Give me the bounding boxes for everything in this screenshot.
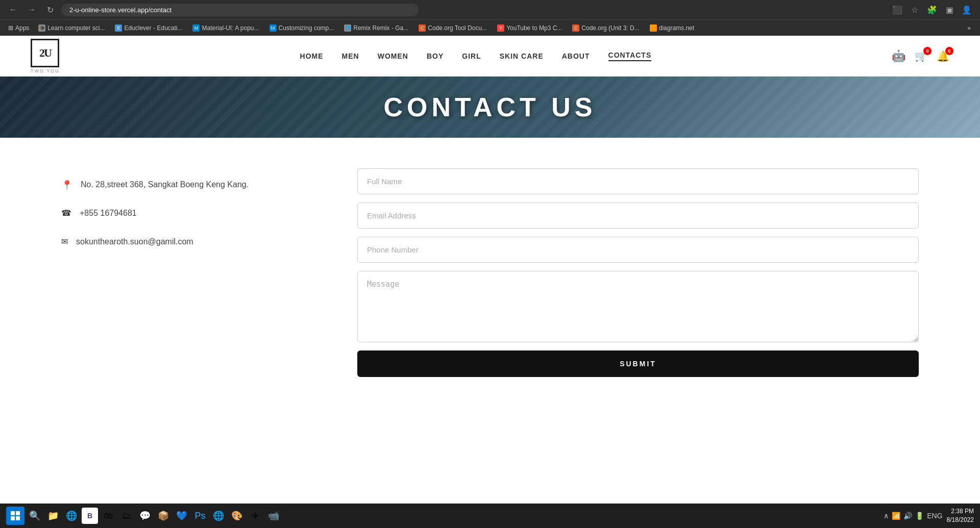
main-content: 📍 No. 28,street 368, Sangkat Boeng Keng … (0, 138, 980, 408)
nav-men[interactable]: MEN (342, 52, 359, 60)
material-ui-favicon: M (192, 24, 200, 32)
bookmark-more[interactable]: » (963, 23, 975, 33)
youtube-mp3-favicon: Y (497, 24, 504, 32)
bookmark-codeorg-unit[interactable]: C Code.org (Unit 3: D... (568, 23, 643, 33)
bookmark-learn-cs[interactable]: 🎓 Learn computer sci... (34, 23, 109, 33)
nav-girl[interactable]: GIRL (462, 52, 481, 60)
telegram-taskbar-icon[interactable]: ✈ (247, 508, 263, 524)
bookmark-youtube-mp3-label: YouTube to Mp3 C... (506, 24, 562, 32)
hero-banner: CONTACT US (0, 77, 980, 138)
refresh-button[interactable]: ↻ (43, 3, 57, 17)
logo-text: 2U (39, 46, 51, 60)
network-icon[interactable]: 📶 (892, 512, 900, 520)
window-icon[interactable]: ▣ (942, 3, 957, 17)
main-nav: HOME MEN WOMEN BOY GIRL SKIN CARE ABOUT … (300, 51, 652, 61)
phone-detail: ☎ +855 16794681 (61, 207, 316, 219)
apps-label: Apps (15, 24, 29, 32)
phone-icon: ☎ (61, 208, 71, 218)
folder-taskbar-icon[interactable]: 🗂 (118, 508, 135, 524)
site-header: 2U TWO YOU HOME MEN WOMEN BOY GIRL SKIN … (0, 36, 980, 77)
start-button[interactable] (6, 507, 24, 525)
dropbox-taskbar-icon[interactable]: 📦 (155, 508, 172, 524)
lang-label[interactable]: ENG (927, 512, 942, 520)
email-input[interactable] (357, 203, 919, 229)
bookmark-youtube-mp3[interactable]: Y YouTube to Mp3 C... (493, 23, 566, 33)
nav-contacts[interactable]: CONTACTS (608, 51, 652, 61)
browser-chrome: ← → ↻ ⬛ ☆ 🧩 ▣ 👤 (0, 0, 980, 19)
notification-badge: 0 (945, 47, 953, 55)
educlever-favicon: E (115, 24, 122, 32)
bookmark-diagrams[interactable]: 🟧 diagrams.net (646, 23, 698, 33)
photoshop-taskbar-icon[interactable]: Ps (192, 508, 208, 524)
learn-cs-favicon: 🎓 (38, 24, 45, 32)
bookmark-codeorg-tool[interactable]: C Code.org Tool Docu... (414, 23, 491, 33)
bookmark-learn-cs-label: Learn computer sci... (47, 24, 105, 32)
taskbar: 🔍 📁 🌐 B 🛍 🗂 💬 📦 💙 Ps 🌐 🎨 ✈ 📹 ∧ 📶 🔊 🔋 ENG… (0, 504, 980, 528)
bookmark-customizing[interactable]: M Customizing comp... (265, 23, 338, 33)
vscode-taskbar-icon[interactable]: 💙 (174, 508, 190, 524)
logo-subtitle: TWO YOU (31, 68, 60, 73)
forward-button[interactable]: → (24, 3, 39, 17)
email-text: sokunthearoth.suon@gamil.com (76, 236, 193, 248)
chatbot-button[interactable]: 🤖 (892, 49, 905, 63)
nav-skincare[interactable]: SKIN CARE (500, 52, 544, 60)
svg-rect-3 (16, 516, 20, 520)
bookmark-remix[interactable]: 🌐 Remix Remix - Ga... (340, 23, 412, 33)
svg-rect-1 (16, 511, 20, 515)
codeorg-unit-favicon: C (572, 24, 579, 32)
phone-input[interactable] (357, 237, 919, 263)
bookmark-remix-label: Remix Remix - Ga... (353, 24, 408, 32)
submit-button[interactable]: SUBMIT (357, 350, 919, 377)
amazon-taskbar-icon[interactable]: 🛍 (100, 508, 116, 524)
nav-about[interactable]: ABOUT (562, 52, 590, 60)
message-textarea[interactable] (357, 271, 919, 342)
bookmark-codeorg-tool-label: Code.org Tool Docu... (428, 24, 487, 32)
bookmark-educlever[interactable]: E Educlever - Educati... (111, 23, 186, 33)
chrome-taskbar-icon[interactable]: 🌐 (210, 508, 227, 524)
cart-button[interactable]: 🛒 0 (915, 50, 927, 62)
figma-taskbar-icon[interactable]: 🎨 (229, 508, 245, 524)
taskbar-clock[interactable]: 2:38 PM 8/18/2022 (947, 507, 974, 524)
notification-button[interactable]: 🔔 0 (937, 50, 949, 62)
bookmark-material-ui[interactable]: M Material-UI: A popu... (188, 23, 263, 33)
nav-icons: 🤖 🛒 0 🔔 0 (892, 49, 949, 63)
nav-boy[interactable]: BOY (427, 52, 444, 60)
bootstrap-taskbar-icon[interactable]: B (82, 508, 98, 524)
battery-icon[interactable]: 🔋 (915, 512, 924, 520)
puzzle-icon[interactable]: 🧩 (925, 3, 939, 17)
hero-title: CONTACT US (383, 92, 596, 122)
browser-actions: ⬛ ☆ 🧩 ▣ 👤 (890, 3, 974, 17)
file-explorer-icon[interactable]: 📁 (45, 508, 61, 524)
phone-text: +855 16794681 (80, 207, 137, 219)
logo-container[interactable]: 2U TWO YOU (31, 39, 60, 73)
edge-taskbar-icon[interactable]: 🌐 (63, 508, 80, 524)
bookmark-codeorg-unit-label: Code.org (Unit 3: D... (581, 24, 639, 32)
address-detail: 📍 No. 28,street 368, Sangkat Boeng Keng … (61, 179, 316, 191)
address-text: No. 28,street 368, Sangkat Boeng Keng Ka… (81, 179, 249, 191)
back-button[interactable]: ← (6, 3, 20, 17)
bookmarks-bar: ⊞ Apps 🎓 Learn computer sci... E Educlev… (0, 19, 980, 36)
address-bar[interactable] (61, 4, 419, 16)
taskbar-time-value: 2:38 PM (947, 507, 974, 516)
apps-grid-icon: ⊞ (8, 24, 13, 32)
profile-icon[interactable]: 👤 (960, 3, 974, 17)
star-icon[interactable]: ☆ (908, 3, 922, 17)
volume-icon[interactable]: 🔊 (903, 512, 912, 520)
codeorg-tool-favicon: C (419, 24, 426, 32)
zoom-taskbar-icon[interactable]: 📹 (265, 508, 282, 524)
full-name-input[interactable] (357, 168, 919, 194)
teams-taskbar-icon[interactable]: 💬 (137, 508, 153, 524)
svg-rect-2 (11, 516, 15, 520)
bookmark-educlever-label: Educlever - Educati... (124, 24, 182, 32)
chevron-up-icon[interactable]: ∧ (884, 512, 889, 520)
search-taskbar-icon[interactable]: 🔍 (27, 508, 43, 524)
nav-home[interactable]: HOME (300, 52, 324, 60)
nav-women[interactable]: WOMEN (378, 52, 408, 60)
remix-favicon: 🌐 (344, 24, 351, 32)
diagrams-favicon: 🟧 (650, 24, 657, 32)
cart-badge: 0 (923, 47, 932, 55)
bookmark-apps[interactable]: ⊞ Apps (5, 23, 32, 33)
customizing-favicon: M (270, 24, 277, 32)
extensions-icon[interactable]: ⬛ (890, 3, 904, 17)
contact-info: 📍 No. 28,street 368, Sangkat Boeng Keng … (61, 168, 316, 377)
